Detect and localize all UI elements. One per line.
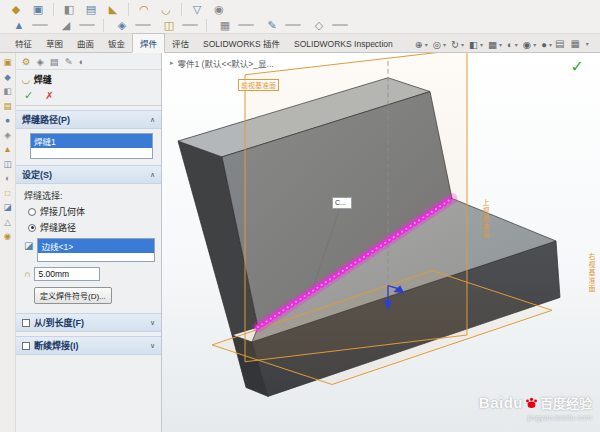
weld-bead-icon[interactable]: ◡ <box>156 2 176 17</box>
fillet-bead-icon[interactable]: ◠ <box>134 2 154 17</box>
flyout-arrow-icon[interactable]: ▸ <box>170 59 174 67</box>
tab-evaluate[interactable]: 评估 <box>165 34 196 52</box>
from-to-length-section-header[interactable]: 从/到长度(F) ∨ <box>16 313 161 332</box>
edge-selection-listbox[interactable]: 边线<1> <box>37 238 155 262</box>
left-toolbar-icon[interactable]: ◐ <box>5 174 10 183</box>
radio-weld-geometry[interactable]: 焊接几何体 <box>28 205 155 218</box>
watermark-brand-row: Baidu 百度经验 <box>479 393 592 412</box>
tab-weldments[interactable]: 焊件 <box>132 33 165 53</box>
left-toolbar-icon[interactable]: ◉ <box>4 232 11 241</box>
tab-addins[interactable]: SOLIDWORKS 插件 <box>196 34 287 52</box>
chevron-down-icon: ∨ <box>150 342 155 350</box>
panes-icon[interactable]: ▦ <box>570 38 579 49</box>
left-toolbar-icon[interactable]: ◪ <box>3 203 11 212</box>
intermittent-weld-section-header[interactable]: 断续焊接(I) ∨ <box>16 336 161 355</box>
caret-icon[interactable]: ▾ <box>480 41 483 48</box>
caret-icon[interactable]: ▾ <box>461 41 464 48</box>
ribbon-tool[interactable]: ✎ <box>259 18 304 33</box>
caret-icon[interactable]: ▾ <box>443 41 446 48</box>
property-manager-tabs: ⚙ ◈ ▤ ✎ ◐ <box>16 53 161 70</box>
bead-size-row: ∩ 5.00mm <box>24 267 155 281</box>
previous-view-icon[interactable]: ↻ <box>450 39 460 50</box>
ribbon-tool[interactable]: ◫ <box>156 18 201 33</box>
right-plane-label[interactable]: 右视基准面 <box>586 253 596 293</box>
weld-path-item[interactable]: 焊缝1 <box>31 134 152 148</box>
confirmation-corner-ok[interactable]: ✓ <box>571 57 584 76</box>
weld-path-header-label: 焊缝路径(P) <box>22 113 150 126</box>
ribbon-tool[interactable]: ◢ <box>53 18 98 33</box>
left-toolbar-icon[interactable]: ◈ <box>4 131 11 140</box>
display-style-icon[interactable]: ◐ <box>506 39 514 50</box>
view-orientation-icon[interactable]: ▦ <box>487 39 498 50</box>
sketch-tab-icon[interactable]: ✎ <box>65 56 73 67</box>
weld-path-listbox[interactable]: 焊缝1 <box>30 133 153 159</box>
left-toolbar-icon[interactable]: ◫ <box>3 160 11 169</box>
radio-weld-path[interactable]: 焊缝路径 <box>28 221 155 234</box>
chamfer-icon: ◢ <box>56 18 76 33</box>
gusset-icon[interactable]: ◣ <box>103 2 123 17</box>
ribbon-tool[interactable]: ▲ <box>6 18 51 33</box>
caret-icon[interactable]: ▾ <box>499 41 502 48</box>
trim-extend-icon[interactable]: ◧ <box>59 2 79 17</box>
caret-icon[interactable]: ▾ <box>549 41 552 48</box>
caret-icon[interactable]: ▾ <box>425 41 428 48</box>
top-plane-label[interactable]: 上视基准面 <box>480 199 490 239</box>
property-manager-panel: ⚙ ◈ ▤ ✎ ◐ ◡ 焊缝 ✓ ✗ 焊缝路径(P) ∧ 焊缝1 <box>16 53 162 432</box>
ok-button[interactable]: ✓ <box>24 89 33 102</box>
ribbon-separator <box>103 19 104 32</box>
appearance-icon[interactable]: ● <box>540 39 548 50</box>
left-toolbar-icon[interactable]: ◧ <box>3 87 11 96</box>
define-weld-symbol-button[interactable]: 定义焊件符号(D)... <box>34 287 112 304</box>
tab-inspection[interactable]: SOLIDWORKS Inspection <box>287 36 400 52</box>
left-toolbar-icon[interactable]: ▣ <box>3 58 11 67</box>
front-plane-label[interactable]: 前视基准面 <box>238 79 279 91</box>
hole-wizard-icon[interactable]: ◉ <box>209 2 229 17</box>
edge-selection-row: ◪ 边线<1> <box>24 238 155 262</box>
left-toolbar-icon[interactable]: ▤ <box>3 102 11 111</box>
tab-features[interactable]: 特征 <box>8 34 39 52</box>
settings-body: 焊缝选择: 焊接几何体 焊缝路径 ◪ 边线<1> ∩ 5.00 <box>16 184 161 309</box>
configuration-tab-icon[interactable]: ◈ <box>37 56 44 67</box>
app-window: ◆ ▣ ◧ ▤ ◣ ◠ ◡ ▽ ◉ ▲ ◢ ◈ <box>0 0 600 432</box>
settings-section-header[interactable]: 设定(S) ∧ <box>16 165 161 184</box>
left-toolbar-icon[interactable]: ● <box>5 116 10 125</box>
tab-surfaces[interactable]: 曲面 <box>70 34 101 52</box>
zoom-fit-icon[interactable]: ⊕ <box>414 39 424 50</box>
end-cap-icon[interactable]: ▤ <box>81 2 101 17</box>
left-toolbar-icon[interactable]: ◆ <box>4 73 11 82</box>
ribbon-tool[interactable]: ◇ <box>306 18 351 33</box>
graphics-viewport[interactable]: ▸ 零件1 (默认<<默认>_显... ✓ 前视基准面 上视基准面 右视基准面 … <box>162 53 600 432</box>
left-toolbar-icon[interactable]: □ <box>5 189 10 198</box>
extruded-cut-icon[interactable]: ▽ <box>187 2 207 17</box>
graphics-area[interactable] <box>162 53 600 432</box>
caret-icon[interactable]: ▾ <box>586 40 589 47</box>
edge-item[interactable]: 边线<1> <box>38 239 154 253</box>
tab-sketch[interactable]: 草图 <box>39 34 70 52</box>
bead-size-input[interactable]: 5.00mm <box>34 267 100 281</box>
section-view-icon[interactable]: ◧ <box>468 39 479 50</box>
radio-checked-icon <box>28 224 36 232</box>
ribbon-separator <box>53 3 54 16</box>
left-toolbar-icon[interactable]: △ <box>4 218 11 227</box>
caret-icon[interactable]: ▾ <box>533 41 536 48</box>
task-pane-icon[interactable]: ▤ <box>555 38 564 49</box>
dimxpert-tab-icon[interactable]: ▤ <box>50 56 59 67</box>
structural-member-icon[interactable]: ▣ <box>28 2 48 17</box>
document-tab[interactable]: ▸ 零件1 (默认<<默认>_显... <box>170 57 274 69</box>
from-to-length-checkbox[interactable] <box>22 319 30 327</box>
weld-path-section-header[interactable]: 焊缝路径(P) ∧ <box>16 110 161 129</box>
left-toolbar-icon[interactable]: ▲ <box>3 145 11 154</box>
hide-show-icon[interactable]: ◉ <box>522 39 532 50</box>
weldment-icon[interactable]: ◆ <box>6 2 26 17</box>
cancel-button[interactable]: ✗ <box>45 90 53 101</box>
weld-callout[interactable]: C... <box>332 197 352 209</box>
display-tab-icon[interactable]: ◐ <box>79 56 85 67</box>
intermittent-weld-checkbox[interactable] <box>22 342 30 350</box>
ribbon-tool-label <box>285 24 301 26</box>
ribbon-tool[interactable]: ◈ <box>109 18 154 33</box>
caret-icon[interactable]: ▾ <box>515 41 518 48</box>
tab-sheet-metal[interactable]: 钣金 <box>101 34 132 52</box>
ribbon-tool[interactable]: ▦ <box>212 18 257 33</box>
zoom-area-icon[interactable]: ◎ <box>432 39 442 50</box>
property-manager-tab-icon[interactable]: ⚙ <box>22 56 31 67</box>
